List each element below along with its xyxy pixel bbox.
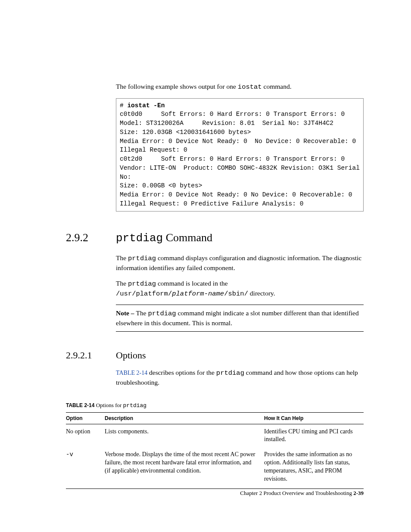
code-line: Model: ST3120026A Revision: 8.01 Serial … — [120, 120, 333, 127]
inline-cmd: prtdiag — [216, 369, 244, 377]
text: directory. — [248, 289, 275, 297]
text: The — [136, 309, 148, 317]
code-line: Vendor: LITE-ON Product: COMBO SOHC-4832… — [120, 165, 360, 171]
table-header-help: How It Can Help — [264, 412, 364, 424]
inline-cmd: prtdiag — [123, 402, 147, 409]
section-paragraph-1: The prtdiag command displays configurati… — [116, 253, 364, 273]
code-line: Size: 0.00GB <0 bytes> — [120, 182, 202, 189]
table-header-description: Description — [105, 412, 264, 424]
intro-text-post: command. — [262, 83, 292, 90]
code-line: Media Error: 0 Device Not Ready: 0 No De… — [120, 191, 352, 198]
cell-help: Provides the same information as no opti… — [264, 447, 364, 488]
code-line: c0t0d0 Soft Errors: 0 Hard Errors: 0 Tra… — [120, 111, 345, 118]
inline-cmd: prtdiag — [148, 310, 176, 317]
intro-paragraph: The following example shows output for o… — [116, 82, 364, 92]
table-row: -v Verbose mode. Displays the time of th… — [66, 447, 364, 488]
inline-path-var: platform-name — [172, 290, 224, 298]
subsection-number: 2.9.2.1 — [66, 350, 116, 361]
code-line: Illegal Request: 0 — [120, 146, 187, 153]
text: Options for — [94, 402, 123, 408]
note-box: Note – The prtdiag command might indicat… — [116, 305, 364, 332]
code-line: Illegal Request: 0 Predictive Failure An… — [120, 200, 303, 207]
code-line: No: — [120, 174, 131, 180]
text: The — [116, 280, 128, 287]
cell-help: Identifies CPU timing and PCI cards inst… — [264, 424, 364, 447]
code-prompt: # — [120, 102, 127, 109]
footer-page-number: 2-39 — [353, 490, 364, 496]
table-header-option: Option — [66, 412, 105, 424]
footer-chapter: Chapter 2 Product Overview and Troublesh… — [240, 490, 352, 496]
table-caption: TABLE 2-14 Options for prtdiag — [66, 402, 364, 409]
intro-cmd: iostat — [238, 83, 262, 91]
table-label: TABLE 2-14 — [66, 402, 94, 408]
code-block: # iostat -En c0t0d0 Soft Errors: 0 Hard … — [116, 98, 364, 212]
inline-cmd: prtdiag — [128, 255, 156, 262]
section-title-cmd: prtdiag — [116, 232, 163, 245]
section-title-rest: Command — [163, 231, 212, 244]
code-line: c0t2d0 Soft Errors: 0 Hard Errors: 0 Tra… — [120, 156, 345, 162]
subsection-title: Options — [116, 350, 146, 361]
section-number: 2.9.2 — [66, 231, 116, 244]
code-command: iostat -En — [127, 102, 165, 109]
section-paragraph-2: The prtdiag command is located in the /u… — [116, 279, 364, 299]
inline-cmd: prtdiag — [128, 280, 156, 288]
cell-option: -v — [66, 447, 105, 488]
inline-path: /sbin/ — [224, 290, 248, 298]
table-xref[interactable]: TABLE 2-14 — [116, 370, 147, 376]
cell-description: Lists components. — [105, 424, 264, 447]
page: The following example shows output for o… — [0, 0, 411, 532]
code-line: Media Error: 0 Device Not Ready: 0 No De… — [120, 138, 356, 145]
text: command is located in the — [156, 280, 228, 287]
subsection-heading: 2.9.2.1 Options — [66, 350, 364, 361]
table-row: No option Lists components. Identifies C… — [66, 424, 364, 447]
cell-description: Verbose mode. Displays the time of the m… — [105, 447, 264, 488]
code-line: Size: 120.03GB <120031641600 bytes> — [120, 129, 251, 136]
inline-path: /usr/platform/ — [116, 290, 172, 298]
intro-text-pre: The following example shows output for o… — [116, 83, 238, 90]
text: The — [116, 254, 128, 261]
section-heading: 2.9.2 prtdiag Command — [66, 231, 364, 245]
options-table: Option Description How It Can Help No op… — [66, 412, 364, 489]
cell-option: No option — [66, 424, 105, 447]
page-footer: Chapter 2 Product Overview and Troublesh… — [240, 490, 364, 497]
section-title: prtdiag Command — [116, 231, 212, 245]
table-header-row: Option Description How It Can Help — [66, 412, 364, 424]
text: describes options for the — [147, 369, 216, 376]
subsection-paragraph: TABLE 2-14 describes options for the prt… — [116, 368, 364, 387]
note-label: Note – — [116, 309, 136, 317]
